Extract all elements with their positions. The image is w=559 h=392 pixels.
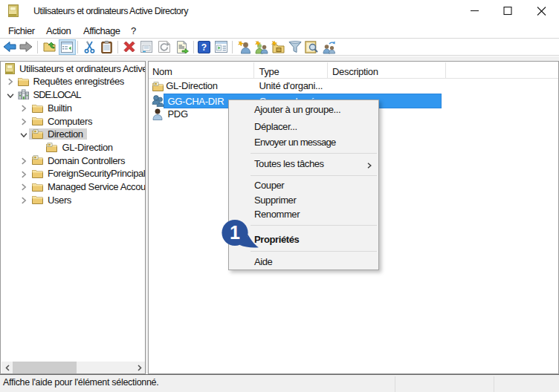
svg-text:?: ? [201, 42, 207, 53]
svg-text:1: 1 [230, 222, 240, 243]
